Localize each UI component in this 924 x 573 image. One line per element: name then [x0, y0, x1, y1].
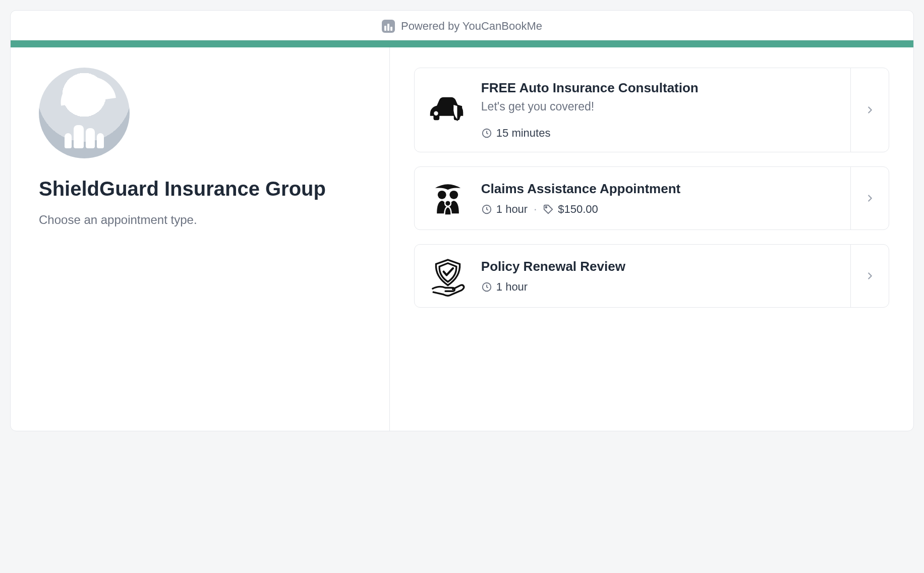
clock-icon — [481, 204, 492, 215]
family-umbrella-icon — [415, 167, 481, 230]
profile-panel: ShieldGuard Insurance Group Choose an ap… — [11, 47, 390, 431]
appointment-title: FREE Auto Insurance Consultation — [481, 80, 846, 96]
svg-point-6 — [546, 206, 547, 208]
svg-point-3 — [449, 191, 458, 199]
appointment-option-policy-renewal[interactable]: Policy Renewal Review 1 hour — [414, 244, 889, 308]
profile-avatar — [39, 68, 130, 158]
powered-by-bar[interactable]: Powered by YouCanBookMe — [11, 11, 913, 40]
appointment-title: Claims Assistance Appointment — [481, 181, 846, 197]
accent-bar — [11, 40, 913, 47]
ycbm-logo-icon — [382, 20, 395, 33]
duration-text: 1 hour — [496, 280, 528, 294]
chevron-right-icon — [850, 68, 889, 152]
subtitle: Choose an appointment type. — [39, 213, 361, 227]
duration-badge: 1 hour — [481, 203, 528, 216]
appointment-title: Policy Renewal Review — [481, 259, 846, 274]
duration-text: 15 minutes — [496, 127, 551, 140]
chevron-right-icon — [850, 245, 889, 307]
duration-badge: 1 hour — [481, 280, 528, 294]
appointments-list: FREE Auto Insurance Consultation Let's g… — [390, 47, 913, 431]
duration-badge: 15 minutes — [481, 127, 551, 140]
price-badge: $150.00 — [543, 203, 598, 216]
svg-point-0 — [434, 111, 438, 116]
price-text: $150.00 — [558, 203, 598, 216]
shield-hand-icon — [415, 245, 481, 307]
svg-point-4 — [445, 200, 451, 206]
car-shield-icon — [415, 68, 481, 152]
chevron-right-icon — [850, 167, 889, 230]
company-name: ShieldGuard Insurance Group — [39, 177, 361, 201]
powered-by-text: Powered by YouCanBookMe — [401, 20, 542, 33]
svg-point-2 — [438, 191, 446, 199]
booking-card: Powered by YouCanBookMe ShieldGuard Insu… — [10, 10, 914, 431]
appointment-option-auto-insurance[interactable]: FREE Auto Insurance Consultation Let's g… — [414, 68, 889, 152]
duration-text: 1 hour — [496, 203, 528, 216]
separator-dot: · — [534, 203, 537, 216]
clock-icon — [481, 281, 492, 293]
clock-icon — [481, 128, 492, 139]
appointment-option-claims-assistance[interactable]: Claims Assistance Appointment 1 hour · $… — [414, 166, 889, 230]
appointment-description: Let's get you covered! — [481, 100, 846, 113]
tag-icon — [543, 204, 554, 215]
